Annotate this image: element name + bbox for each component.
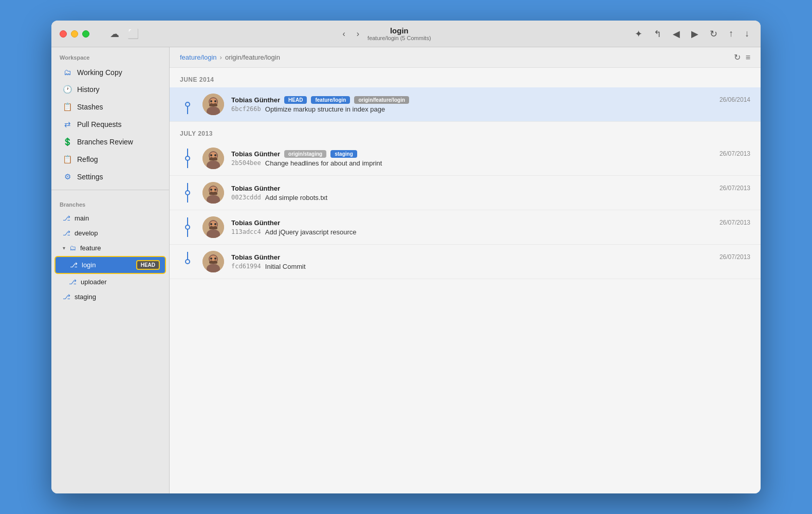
date-section-june-2014: JUNE 2014 — [170, 68, 761, 87]
breadcrumb-local[interactable]: feature/login — [180, 53, 217, 61]
commit-bottom-2: 2b504bee Change headlines for about and … — [231, 159, 750, 167]
commit-message-1: Optimize markup structure in index page — [265, 105, 385, 113]
maximize-button[interactable] — [82, 30, 89, 38]
sidebar-item-label: Branches Review — [77, 138, 133, 146]
commit-message-5: Initial Commit — [265, 263, 306, 270]
chevron-icon-feature: ▾ — [63, 245, 65, 251]
branch-item-login[interactable]: ⎇ login HEAD — [54, 256, 166, 274]
login-item-wrap: ⎇ login HEAD — [51, 255, 169, 274]
commit-row-1[interactable]: Tobias Günther HEAD feature/login origin… — [170, 87, 761, 122]
svg-point-20 — [214, 189, 216, 191]
commit-bottom-3: 0023cddd Add simple robots.txt — [231, 194, 750, 201]
commit-top-1: Tobias Günther HEAD feature/login origin… — [231, 96, 750, 104]
svg-point-34 — [214, 258, 216, 260]
commit-bottom-5: fcd61994 Initial Commit — [231, 263, 750, 270]
commit-info-5: Tobias Günther 26/07/2013 fcd61994 Initi… — [231, 253, 750, 270]
svg-point-33 — [210, 258, 212, 260]
commit-top-5: Tobias Günther 26/07/2013 — [231, 253, 750, 261]
history-icon: 🕐 — [63, 85, 72, 94]
commit-info-1: Tobias Günther HEAD feature/login origin… — [231, 96, 750, 113]
sidebar-item-settings[interactable]: ⚙ Settings — [54, 169, 166, 185]
commit-row-5[interactable]: Tobias Günther 26/07/2013 fcd61994 Initi… — [170, 245, 761, 279]
sidebar-item-history[interactable]: 🕐 History — [54, 81, 166, 98]
commit-top-4: Tobias Günther 26/07/2013 — [231, 219, 750, 227]
graph-dot-5 — [185, 259, 190, 264]
commit-author-4: Tobias Günther — [231, 219, 280, 227]
push-button[interactable]: ▶ — [688, 26, 702, 42]
breadcrumb-separator: › — [220, 53, 222, 61]
svg-point-12 — [210, 154, 212, 156]
branch-icon-staging: ⎇ — [63, 293, 70, 301]
repo-title: login — [390, 26, 409, 35]
commit-message-2: Change headlines for about and imprint — [265, 159, 382, 167]
filter-bc-button[interactable]: ≡ — [746, 52, 750, 62]
branches-label: Branches — [51, 194, 169, 211]
tag-staging-2: staging — [330, 150, 357, 158]
refresh-bc-button[interactable]: ↻ — [734, 52, 741, 62]
back-button[interactable]: ‹ — [339, 27, 348, 41]
commit-author-5: Tobias Günther — [231, 253, 280, 261]
commit-author-3: Tobias Günther — [231, 185, 280, 192]
traffic-lights — [60, 30, 89, 38]
avatar-3 — [202, 182, 224, 204]
graph-col-5 — [180, 259, 195, 264]
commit-date-3: 26/07/2013 — [719, 185, 750, 192]
refresh-button[interactable]: ↻ — [707, 26, 721, 42]
graph-dot-4 — [185, 225, 190, 230]
sidebar-item-branches-review[interactable]: 💲 Branches Review — [54, 134, 166, 150]
commit-hash-2: 2b504bee — [231, 159, 261, 167]
cloud-icon[interactable]: ☁ — [110, 28, 119, 40]
stashes-icon: 📋 — [63, 102, 72, 112]
tag-head-1: HEAD — [284, 96, 307, 104]
main-panel: feature/login › origin/feature/login ↻ ≡… — [170, 47, 761, 493]
workspace-label: Workspace — [51, 47, 169, 64]
branch-item-staging[interactable]: ⎇ staging — [54, 290, 166, 304]
branch-label-feature: feature — [80, 244, 101, 252]
title-bar-icons: ☁ ⬜ — [110, 28, 139, 40]
branch-item-main[interactable]: ⎇ main — [54, 211, 166, 225]
commit-top-2: Tobias Günther origin/staging staging 26… — [231, 150, 750, 158]
app-window: ☁ ⬜ ‹ › login feature/login (5 Commits) … — [51, 21, 761, 493]
graph-dot-2 — [185, 156, 190, 161]
drive-icon[interactable]: ⬜ — [127, 28, 139, 40]
ai-action-button[interactable]: ✦ — [632, 26, 645, 42]
commit-date-2: 26/07/2013 — [719, 150, 750, 157]
commit-top-3: Tobias Günther 26/07/2013 — [231, 185, 750, 192]
avatar-5 — [202, 251, 224, 272]
commit-row-4[interactable]: Tobias Günther 26/07/2013 113adcc4 Add j… — [170, 210, 761, 245]
commit-hash-5: fcd61994 — [231, 263, 261, 270]
branch-item-develop[interactable]: ⎇ develop — [54, 226, 166, 240]
pull-button[interactable]: ◀ — [670, 26, 683, 42]
minimize-button[interactable] — [71, 30, 78, 38]
head-badge-login: HEAD — [136, 260, 160, 270]
commit-row-2[interactable]: Tobias Günther origin/staging staging 26… — [170, 141, 761, 176]
branch-item-uploader[interactable]: ⎇ uploader — [54, 275, 166, 289]
svg-point-13 — [214, 154, 216, 156]
fetch-button[interactable]: ↰ — [651, 26, 665, 42]
down-button[interactable]: ↓ — [742, 26, 752, 42]
repo-info: login feature/login (5 Commits) — [367, 26, 431, 41]
branch-label-staging: staging — [75, 293, 96, 301]
commit-info-3: Tobias Günther 26/07/2013 0023cddd Add s… — [231, 185, 750, 201]
commit-info-4: Tobias Günther 26/07/2013 113adcc4 Add j… — [231, 219, 750, 236]
reflog-icon: 📋 — [63, 155, 72, 164]
settings-icon: ⚙ — [63, 172, 72, 181]
sidebar-item-working-copy[interactable]: 🗂 Working Copy — [54, 64, 166, 80]
forward-button[interactable]: › — [354, 27, 362, 41]
commit-author-1: Tobias Günther — [231, 96, 280, 104]
sidebar-item-reflog[interactable]: 📋 Reflog — [54, 151, 166, 168]
breadcrumb-bar: feature/login › origin/feature/login ↻ ≡ — [170, 47, 761, 68]
commit-row-3[interactable]: Tobias Günther 26/07/2013 0023cddd Add s… — [170, 176, 761, 210]
avatar-2 — [202, 148, 224, 169]
close-button[interactable] — [60, 30, 67, 38]
branch-icon-develop: ⎇ — [63, 229, 70, 237]
sidebar-item-stashes[interactable]: 📋 Stashes — [54, 99, 166, 115]
branch-folder-feature[interactable]: ▾ 🗂 feature — [54, 241, 166, 255]
avatar-1 — [202, 94, 224, 115]
commit-bottom-4: 113adcc4 Add jQuery javascript resource — [231, 228, 750, 236]
title-bar: ☁ ⬜ ‹ › login feature/login (5 Commits) … — [51, 21, 761, 47]
sidebar-item-pull-requests[interactable]: ⇄ Pull Requests — [54, 116, 166, 133]
up-button[interactable]: ↑ — [726, 26, 736, 42]
svg-point-5 — [210, 100, 212, 102]
sidebar-item-label: Stashes — [77, 103, 103, 111]
